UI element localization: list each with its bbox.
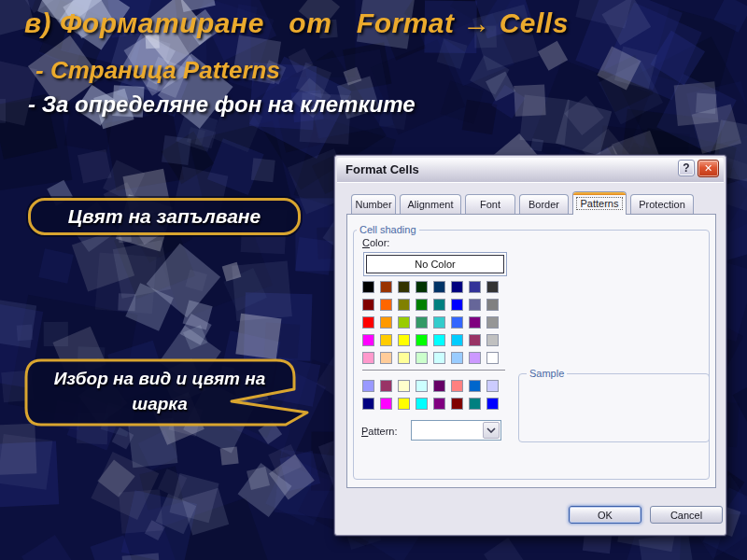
bullet-patterns: - Страница Patterns <box>35 56 280 85</box>
tab-label: Number <box>355 199 391 210</box>
color-swatch[interactable] <box>433 380 445 392</box>
cancel-button[interactable]: Cancel <box>650 506 723 524</box>
tab-label: Patterns <box>576 197 624 210</box>
tab-strip: NumberAlignmentFontBorderPatternsProtect… <box>351 191 694 214</box>
presentation-slide: в) Форматиране от Format → Cells - Стран… <box>0 0 747 560</box>
color-swatch[interactable] <box>362 380 374 392</box>
color-swatch[interactable] <box>416 380 428 392</box>
pattern-label: Pattern: <box>361 426 398 437</box>
color-swatch[interactable] <box>433 281 445 293</box>
color-swatch[interactable] <box>380 380 392 392</box>
selected-tab-accent <box>573 192 626 195</box>
close-button[interactable]: ✕ <box>698 160 719 177</box>
callout-fill-color: Цвят на запълване <box>28 198 301 235</box>
color-swatch[interactable] <box>433 334 445 346</box>
format-cells-dialog: Format Cells ? ✕ NumberAlignmentFontBord… <box>334 155 726 536</box>
tab-number[interactable]: Number <box>351 194 396 214</box>
color-swatch[interactable] <box>398 316 410 329</box>
color-swatch[interactable] <box>469 334 481 346</box>
color-swatch[interactable] <box>469 281 481 293</box>
color-swatch[interactable] <box>398 299 410 311</box>
chevron-down-icon <box>486 427 496 433</box>
color-swatch[interactable] <box>451 281 463 293</box>
color-swatch[interactable] <box>362 299 374 311</box>
color-swatch[interactable] <box>486 398 499 410</box>
color-swatch[interactable] <box>451 299 463 311</box>
color-swatch[interactable] <box>486 316 499 329</box>
tab-label: Protection <box>639 199 685 210</box>
color-label: Color: <box>362 237 389 248</box>
color-swatch[interactable] <box>486 334 499 346</box>
color-swatch[interactable] <box>486 299 499 311</box>
color-swatch[interactable] <box>362 281 374 293</box>
color-swatch[interactable] <box>416 299 428 311</box>
color-swatch[interactable] <box>451 316 463 329</box>
dialog-titlebar: Format Cells <box>337 158 724 183</box>
tab-patterns[interactable]: Patterns <box>572 191 627 215</box>
color-swatch[interactable] <box>469 352 481 364</box>
color-swatch[interactable] <box>469 316 481 329</box>
color-swatch[interactable] <box>380 299 392 311</box>
color-palette-extra <box>362 380 499 410</box>
color-swatch[interactable] <box>416 316 428 329</box>
color-swatch[interactable] <box>380 352 392 364</box>
no-color-button[interactable]: No Color <box>363 252 507 276</box>
color-swatch[interactable] <box>433 299 445 311</box>
tab-label: Alignment <box>408 199 454 210</box>
callout-pattern: Избор на вид и цвят на шарка <box>24 358 312 427</box>
slide-title: в) Форматиране от Format → Cells <box>24 7 734 39</box>
color-swatch[interactable] <box>398 281 410 293</box>
color-swatch[interactable] <box>398 334 410 346</box>
color-swatch[interactable] <box>416 398 428 410</box>
color-swatch[interactable] <box>486 281 499 293</box>
pattern-dropdown[interactable] <box>411 420 501 441</box>
color-swatch[interactable] <box>469 398 481 410</box>
sample-groupbox: Sample <box>518 373 710 442</box>
help-button[interactable]: ? <box>678 160 695 176</box>
tab-border[interactable]: Border <box>519 194 569 214</box>
color-swatch[interactable] <box>451 398 463 410</box>
bullet-background: - За определяне фон на клетките <box>28 91 416 118</box>
color-swatch[interactable] <box>380 281 392 293</box>
tab-protection[interactable]: Protection <box>630 194 694 214</box>
dialog-title: Format Cells <box>345 162 419 176</box>
cell-shading-label: Cell shading <box>357 224 419 235</box>
ok-button[interactable]: OK <box>569 506 641 524</box>
color-swatch[interactable] <box>416 352 428 364</box>
color-swatch[interactable] <box>362 352 374 364</box>
color-swatch[interactable] <box>362 398 374 410</box>
color-swatch[interactable] <box>451 334 463 346</box>
color-swatch[interactable] <box>469 380 481 392</box>
tab-alignment[interactable]: Alignment <box>400 194 461 214</box>
color-swatch[interactable] <box>398 380 410 392</box>
color-swatch[interactable] <box>380 316 392 329</box>
sample-label: Sample <box>527 368 567 379</box>
no-color-button-label: No Color <box>366 255 504 273</box>
color-swatch[interactable] <box>451 380 463 392</box>
tab-font[interactable]: Font <box>465 194 515 214</box>
color-swatch[interactable] <box>416 334 428 346</box>
color-swatch[interactable] <box>469 299 481 311</box>
pattern-dropdown-button[interactable] <box>483 422 500 439</box>
tab-label: Font <box>480 199 500 210</box>
color-swatch[interactable] <box>486 352 499 364</box>
color-swatch[interactable] <box>398 352 410 364</box>
color-swatch[interactable] <box>433 316 445 329</box>
palette-separator <box>362 370 505 371</box>
color-swatch[interactable] <box>362 316 374 329</box>
patterns-tab-page: Cell shading Color: No Color Pattern: Sa… <box>346 214 716 488</box>
close-icon: ✕ <box>704 162 712 175</box>
color-swatch[interactable] <box>362 334 374 346</box>
color-swatch[interactable] <box>451 352 463 364</box>
color-palette-main <box>362 281 499 364</box>
color-swatch[interactable] <box>416 281 428 293</box>
color-swatch[interactable] <box>398 398 410 410</box>
color-swatch[interactable] <box>380 398 392 410</box>
color-swatch[interactable] <box>433 398 445 410</box>
color-swatch[interactable] <box>433 352 445 364</box>
color-swatch[interactable] <box>380 334 392 346</box>
tab-label: Border <box>529 199 559 210</box>
callout-fill-color-label: Цвят на запълване <box>68 205 261 228</box>
callout-pattern-label: Избор на вид и цвят на шарка <box>52 366 267 416</box>
color-swatch[interactable] <box>486 380 499 392</box>
